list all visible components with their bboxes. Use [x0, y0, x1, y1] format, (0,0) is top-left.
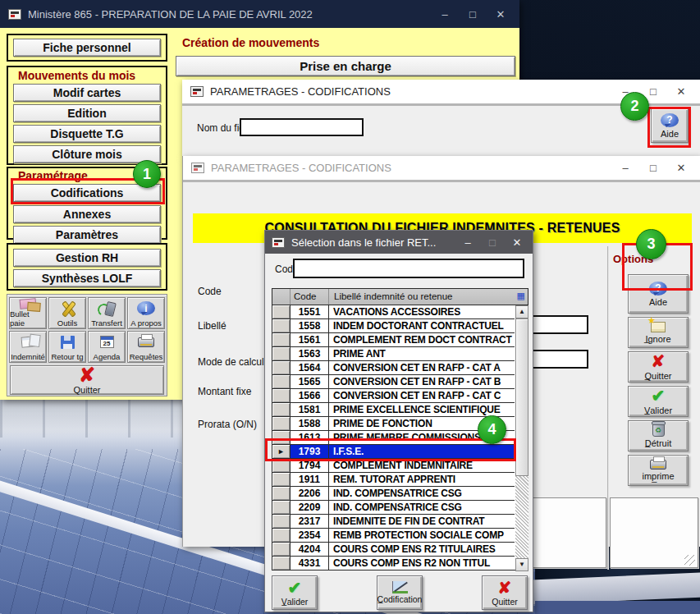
row-libelle-cell[interactable]: CONVERSION CET EN RAFP - CAT A — [329, 361, 515, 374]
outils-button[interactable]: Outils — [48, 297, 86, 329]
row-selector-cell[interactable] — [272, 333, 291, 346]
disquette-tg-button[interactable]: Disquette T.G — [13, 125, 161, 143]
minimize-icon[interactable]: – — [431, 8, 459, 21]
row-libelle-cell[interactable]: IND. COMPENSATRICE CSG — [329, 501, 515, 514]
table-row[interactable]: 1565CONVERSION CET EN RAFP - CAT B — [272, 375, 515, 389]
edition-button[interactable]: Edition — [13, 104, 161, 122]
row-libelle-cell[interactable]: CONVERSION CET EN RAFP - CAT B — [329, 375, 515, 388]
table-row[interactable]: 4331COURS COMP ENS R2 NON TITUL — [272, 557, 515, 570]
agenda-button[interactable]: 25 Agenda — [88, 331, 126, 363]
row-code-cell[interactable]: 1551 — [291, 305, 329, 318]
row-code-cell[interactable]: 2317 — [291, 515, 329, 528]
row-selector-cell[interactable] — [272, 543, 291, 556]
dialog-code-input[interactable] — [293, 259, 524, 278]
row-selector-cell[interactable] — [272, 557, 291, 570]
row-selector-cell[interactable] — [272, 347, 291, 360]
row-libelle-cell[interactable]: PRIME ANT — [329, 347, 515, 360]
row-selector-cell[interactable] — [272, 529, 291, 542]
fiche-personnel-button[interactable]: Fiche personnel — [13, 39, 161, 57]
row-selector-cell[interactable] — [272, 515, 291, 528]
row-libelle-cell[interactable]: VACATIONS ACCESSOIRES — [329, 305, 515, 318]
table-row[interactable]: 1566CONVERSION CET EN RAFP - CAT C — [272, 389, 515, 403]
quitter-dialog-button[interactable]: ✘ Quitter — [482, 575, 528, 610]
scroll-up-button[interactable]: ▲ — [515, 305, 528, 318]
scrollbar-thumb[interactable] — [515, 318, 528, 476]
row-code-cell[interactable]: 1561 — [291, 333, 329, 346]
row-selector-cell[interactable] — [272, 501, 291, 514]
row-libelle-cell[interactable]: REMB PROTECTION SOCIALE COMP — [329, 529, 515, 542]
mode-calcul-field[interactable] — [526, 350, 588, 369]
modif-cartes-button[interactable]: Modif cartes — [13, 84, 161, 102]
table-row[interactable]: 2206IND. COMPENSATRICE CSG — [272, 487, 515, 501]
a-propos-button[interactable]: i A propos — [127, 297, 165, 329]
table-row[interactable]: 1558INDEM DOCTORANT CONTRACTUEL — [272, 319, 515, 333]
nom-du-fichier-input[interactable] — [240, 118, 364, 136]
row-code-cell[interactable]: 1911 — [291, 473, 329, 486]
row-code-cell[interactable]: 1565 — [291, 375, 329, 388]
minimize-icon[interactable]: – — [611, 162, 639, 174]
table-row[interactable]: 1911REM. TUTORAT APPRENTI — [272, 473, 515, 487]
gestion-rh-button[interactable]: Gestion RH — [13, 249, 161, 267]
close-icon[interactable]: ✕ — [667, 85, 695, 98]
row-code-cell[interactable]: 4331 — [291, 557, 329, 570]
row-code-cell[interactable]: 1564 — [291, 361, 329, 374]
row-selector-cell[interactable] — [272, 361, 291, 374]
prise-en-charge-button[interactable]: Prise en charge — [176, 56, 515, 76]
row-selector-cell[interactable] — [272, 389, 291, 402]
row-selector-cell[interactable] — [272, 417, 291, 430]
retour-tg-button[interactable]: Retour tg — [48, 331, 86, 363]
codification-dialog-button[interactable]: C̲odification — [377, 575, 423, 610]
row-libelle-cell[interactable]: COURS COMP ENS R2 NON TITUL — [329, 557, 515, 570]
table-row[interactable]: 2209IND. COMPENSATRICE CSG — [272, 501, 515, 515]
libelle-field[interactable] — [526, 315, 588, 334]
row-code-cell[interactable]: 1588 — [291, 417, 329, 430]
table-row[interactable]: 1564CONVERSION CET EN RAFP - CAT A — [272, 361, 515, 375]
row-code-cell[interactable]: 2209 — [291, 501, 329, 514]
detruit-button[interactable]: ♻ D̲étruit — [628, 420, 689, 451]
table-row[interactable]: 4204COURS COMP ENS R2 TITULAIRES — [272, 543, 515, 557]
row-libelle-cell[interactable]: IND. COMPENSATRICE CSG — [329, 487, 515, 500]
row-code-cell[interactable]: 2354 — [291, 529, 329, 542]
row-selector-cell[interactable] — [272, 473, 291, 486]
indemnite-button[interactable]: Indemnité — [9, 331, 47, 363]
table-row[interactable]: 1551VACATIONS ACCESSOIRES — [272, 305, 515, 319]
annexes-button[interactable]: Annexes — [13, 205, 161, 223]
row-libelle-cell[interactable]: CONVERSION CET EN RAFP - CAT C — [329, 389, 515, 402]
row-selector-cell[interactable] — [272, 319, 291, 332]
row-code-cell[interactable]: 1558 — [291, 319, 329, 332]
resize-grip[interactable] — [684, 555, 695, 566]
row-libelle-cell[interactable]: COURS COMP ENS R2 TITULAIRES — [329, 543, 515, 556]
maximize-icon[interactable]: □ — [459, 8, 487, 21]
close-icon[interactable]: ✕ — [487, 8, 515, 21]
scroll-down-button[interactable]: ▼ — [515, 558, 528, 571]
minimize-icon[interactable]: – — [455, 236, 480, 249]
row-libelle-cell[interactable]: PRIME EXCELLENCE SCIENTIFIQUE — [329, 403, 515, 416]
valider-dialog-button[interactable]: ✔ V̲alider — [272, 575, 318, 610]
row-code-cell[interactable]: 2206 — [291, 487, 329, 500]
table-grid-icon[interactable]: ▦ — [517, 291, 525, 300]
row-selector-cell[interactable] — [272, 403, 291, 416]
maximize-icon[interactable]: □ — [639, 162, 667, 174]
valider-button-options[interactable]: ✔ V̲alider — [628, 386, 689, 417]
row-libelle-cell[interactable]: COMPLEMENT REM DOCT CONTRACT — [329, 333, 515, 346]
table-row[interactable]: 1563PRIME ANT — [272, 347, 515, 361]
row-libelle-cell[interactable]: INDEMNITE DE FIN DE CONTRAT — [329, 515, 515, 528]
cloture-mois-button[interactable]: Clôture mois — [13, 145, 161, 163]
table-row[interactable]: 2317INDEMNITE DE FIN DE CONTRAT — [272, 515, 515, 529]
row-code-cell[interactable]: 1566 — [291, 389, 329, 402]
table-row[interactable]: 1561COMPLEMENT REM DOCT CONTRACT — [272, 333, 515, 347]
row-code-cell[interactable]: 1581 — [291, 403, 329, 416]
row-libelle-cell[interactable]: REM. TUTORAT APPRENTI — [329, 473, 515, 486]
requetes-button[interactable]: Requêtes — [127, 331, 165, 363]
table-row[interactable]: 2354REMB PROTECTION SOCIALE COMP — [272, 529, 515, 543]
close-icon[interactable]: ✕ — [505, 236, 529, 249]
row-selector-cell[interactable] — [272, 375, 291, 388]
row-code-cell[interactable]: 1563 — [291, 347, 329, 360]
imprime-button[interactable]: imp̲rime — [628, 455, 689, 486]
row-selector-cell[interactable] — [272, 305, 291, 318]
row-code-cell[interactable]: 4204 — [291, 543, 329, 556]
quitter-main-button[interactable]: ✘ Quitter — [10, 365, 164, 395]
row-selector-cell[interactable] — [272, 487, 291, 500]
bullet-paie-button[interactable]: Bullet paie — [9, 297, 47, 329]
row-libelle-cell[interactable]: INDEM DOCTORANT CONTRACTUEL — [329, 319, 515, 332]
